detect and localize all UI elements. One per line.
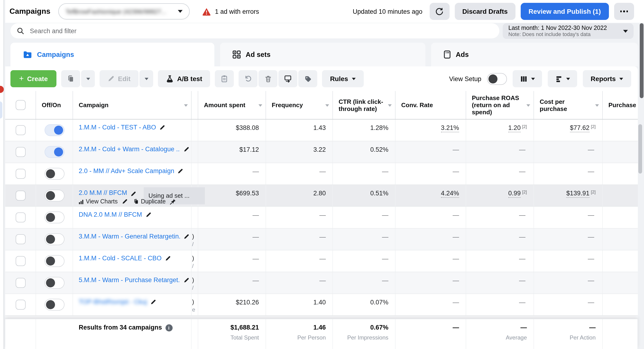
campaign-toggle-on[interactable] bbox=[44, 124, 64, 136]
row-toggle-cell bbox=[36, 250, 73, 272]
column-header-purchase[interactable]: Purchase bbox=[603, 91, 638, 119]
roas-value[interactable]: 1.20 bbox=[508, 124, 521, 132]
edit-pencil-icon[interactable] bbox=[130, 190, 136, 199]
row-select-cell bbox=[5, 163, 36, 184]
view-charts-button[interactable]: View Charts bbox=[86, 198, 118, 205]
conv-rate-value[interactable]: 4.24% bbox=[441, 190, 459, 198]
breakdown-button[interactable] bbox=[548, 70, 577, 87]
campaign-toggle-on[interactable] bbox=[44, 146, 64, 158]
column-header-ctr[interactable]: CTR (link click-through rate) bbox=[333, 91, 396, 119]
edit-pencil-icon[interactable] bbox=[150, 299, 156, 305]
tab-campaigns[interactable]: Campaigns bbox=[10, 43, 214, 66]
tag-button[interactable] bbox=[298, 70, 317, 87]
row-checkbox[interactable] bbox=[16, 169, 25, 179]
ctr-cell: 1.28% bbox=[333, 120, 396, 141]
ab-test-button[interactable]: A/B test bbox=[158, 70, 210, 87]
search-bar[interactable] bbox=[10, 23, 499, 38]
discard-drafts-button[interactable]: Discard Drafts bbox=[455, 3, 515, 20]
campaign-link[interactable]: 1.M.M - Cold - SCALE - CBO bbox=[79, 255, 162, 262]
truncated-column-sliver: ) / bbox=[192, 228, 198, 250]
campaign-link[interactable]: 5.M.M - Warm - Purchase Retarget... bbox=[79, 276, 180, 284]
row-checkbox[interactable] bbox=[16, 212, 25, 222]
row-checkbox[interactable] bbox=[16, 147, 25, 157]
column-header-offon[interactable]: Off/On bbox=[36, 91, 73, 119]
campaign-cell: 1.M.M - Cold - TEST - ABO View Charts Du… bbox=[73, 120, 192, 141]
create-button[interactable]: + Create bbox=[10, 70, 56, 87]
duplicate-caret-button[interactable] bbox=[81, 70, 95, 87]
more-options-button[interactable] bbox=[614, 3, 634, 20]
column-label: Off/On bbox=[42, 102, 61, 108]
reports-button[interactable]: Reports bbox=[583, 70, 631, 87]
clipboard-button[interactable] bbox=[215, 70, 234, 87]
undo-button[interactable] bbox=[238, 70, 258, 87]
conv-rate-value[interactable]: 3.21% bbox=[441, 124, 459, 132]
cpp-value: — bbox=[534, 324, 602, 331]
columns-button[interactable] bbox=[513, 70, 542, 87]
edit-pencil-icon[interactable] bbox=[184, 234, 189, 240]
campaign-toggle-off[interactable] bbox=[44, 190, 64, 202]
column-header-frequency[interactable]: Frequency bbox=[266, 91, 333, 119]
campaign-toggle-off[interactable] bbox=[44, 233, 64, 245]
edit-pencil-icon[interactable] bbox=[184, 146, 189, 152]
edit-caret-button[interactable] bbox=[140, 70, 153, 87]
quick-edit-pencil-icon[interactable] bbox=[122, 199, 128, 204]
delete-button[interactable] bbox=[258, 70, 278, 87]
edit-pencil-icon[interactable] bbox=[165, 256, 171, 261]
rules-button[interactable]: Rules bbox=[322, 70, 364, 87]
roas-value[interactable]: 0.99 bbox=[508, 190, 521, 198]
campaign-link[interactable]: DNA 2.0 M.M // BFCM bbox=[79, 211, 142, 218]
row-checkbox[interactable] bbox=[16, 125, 25, 135]
view-setup-toggle[interactable] bbox=[487, 73, 507, 85]
search-input[interactable] bbox=[29, 27, 408, 35]
edit-pencil-icon[interactable] bbox=[184, 278, 189, 283]
campaign-cell: 2.0 - MM // Adv+ Scale Campaign View Cha… bbox=[73, 163, 192, 184]
column-header-purchase-roas[interactable]: Purchase ROAS (return on ad spend) bbox=[466, 91, 534, 119]
cpp-value[interactable]: $77.62 bbox=[570, 124, 590, 132]
table-scrollbar[interactable] bbox=[638, 124, 642, 174]
column-header-amount-spent[interactable]: Amount spent bbox=[198, 91, 266, 119]
tab-adsets[interactable]: Ad sets bbox=[220, 43, 426, 66]
row-checkbox[interactable] bbox=[16, 300, 25, 310]
account-selector[interactable]: TefBrowFashionique (42396/98827... bbox=[58, 3, 190, 20]
edit-pencil-icon[interactable] bbox=[159, 125, 165, 130]
export-button[interactable] bbox=[278, 70, 297, 87]
edit-pencil-icon[interactable] bbox=[145, 212, 151, 218]
campaign-toggle-off[interactable] bbox=[44, 277, 64, 289]
column-header-conv-rate[interactable]: Conv. Rate bbox=[396, 91, 466, 119]
table-row: 2.M.M - Cold + Warm - Catalogue ... View… bbox=[5, 141, 638, 163]
row-checkbox[interactable] bbox=[16, 256, 25, 266]
edit-pencil-icon[interactable] bbox=[178, 168, 183, 174]
page-scrollbar[interactable] bbox=[640, 23, 644, 98]
campaign-link[interactable]: TOP-BhstRsvrqst - Ckuj bbox=[79, 298, 147, 306]
purchase-cell bbox=[603, 120, 638, 141]
error-badge[interactable]: 1 ad with errors bbox=[202, 7, 259, 16]
tab-ads[interactable]: Ads bbox=[431, 43, 638, 66]
row-checkbox[interactable] bbox=[16, 234, 25, 244]
campaign-link[interactable]: 3.M.M - Warm - General Retargetin... bbox=[79, 233, 180, 240]
cpp-value[interactable]: $139.91 bbox=[566, 190, 590, 198]
column-header-cost-per-purchase[interactable]: Cost per purchase bbox=[534, 91, 603, 119]
duplicate-button[interactable] bbox=[61, 70, 80, 87]
campaign-link[interactable]: 2.0 - MM // Adv+ Scale Campaign bbox=[79, 168, 174, 174]
toggle-knob bbox=[46, 300, 55, 309]
edit-button[interactable]: Edit bbox=[100, 70, 138, 87]
row-select-cell bbox=[5, 207, 36, 228]
campaign-link[interactable]: 2.M.M - Cold + Warm - Catalogue ... bbox=[79, 146, 180, 153]
row-checkbox[interactable] bbox=[16, 190, 25, 200]
campaign-toggle-off[interactable] bbox=[44, 299, 64, 310]
campaign-toggle-off[interactable] bbox=[44, 212, 64, 223]
date-range-selector[interactable]: Last month: 1 Nov 2022-30 Nov 2022 Note:… bbox=[503, 23, 634, 39]
duplicate-quick-button[interactable]: Duplicate bbox=[141, 198, 166, 205]
info-icon[interactable]: i bbox=[165, 324, 172, 332]
campaign-toggle-off[interactable] bbox=[44, 168, 64, 180]
select-all-checkbox[interactable] bbox=[16, 100, 25, 110]
campaign-link[interactable]: 2.0 M.M // BFCM bbox=[79, 189, 127, 196]
review-publish-button[interactable]: Review and Publish (1) bbox=[520, 3, 609, 20]
refresh-button[interactable] bbox=[430, 3, 450, 20]
pin-icon[interactable] bbox=[170, 198, 176, 204]
rules-label: Rules bbox=[330, 75, 348, 82]
column-header-campaign[interactable]: Campaign bbox=[73, 91, 192, 119]
campaign-toggle-off[interactable] bbox=[44, 255, 64, 267]
row-checkbox[interactable] bbox=[16, 278, 25, 288]
campaign-link[interactable]: 1.M.M - Cold - TEST - ABO bbox=[79, 124, 156, 131]
